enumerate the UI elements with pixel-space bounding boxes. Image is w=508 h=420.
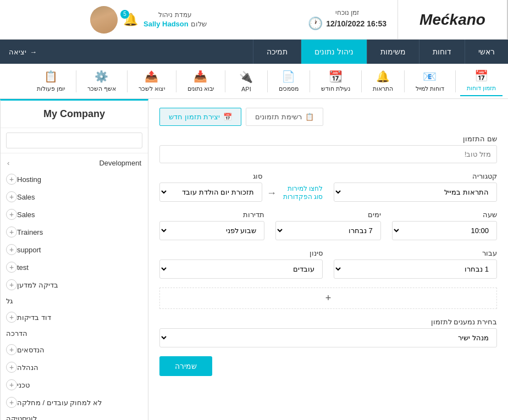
sidebar-item-label: הנדסאים	[17, 346, 140, 354]
category-select[interactable]: התראות במייל	[334, 183, 497, 202]
sign-select[interactable]: עובדים	[159, 259, 323, 279]
sidebar-item-label: לא למחוק עובדים / מחלקה	[17, 399, 140, 407]
plus-icon-trainers[interactable]: +	[6, 226, 17, 237]
form-group-days: ימים 7 נבחרו	[275, 211, 380, 240]
nav-item-data[interactable]: ניהול נתונים	[301, 40, 367, 64]
sidebar-section-header[interactable]: ‹ Development	[1, 156, 148, 170]
recipients-select[interactable]: מנהל ישיר	[159, 328, 497, 347]
section-label: Development	[99, 159, 141, 167]
sidebar-item-hanhalah[interactable]: + הנהלה	[1, 358, 148, 376]
toolbar-divider-5	[267, 70, 268, 92]
sidebar-item-hosting[interactable]: + Hosting	[1, 170, 148, 188]
plus-icon-sales1[interactable]: +	[6, 191, 17, 202]
frequency-label: תדירות	[159, 211, 264, 219]
sidebar-item-test[interactable]: + test	[1, 258, 148, 276]
bell-container[interactable]: 🔔 5	[123, 13, 138, 27]
sidebar-item-techni[interactable]: + טכני	[1, 376, 148, 394]
plus-icon-handasaim[interactable]: +	[6, 344, 17, 355]
notification-badge: 5	[120, 10, 129, 19]
plus-icon-hosting[interactable]: +	[6, 174, 17, 185]
sidebar-item-label: test	[17, 263, 140, 272]
form-area: 📋 רשימת תזמונים 📅 יצירת תזמון חדש שם התז…	[148, 99, 508, 420]
plus-icon-techni[interactable]: +	[6, 379, 17, 390]
toolbar-lock[interactable]: 📆 נעילת חודש	[314, 67, 357, 96]
export-icon: 📤	[145, 70, 158, 83]
sidebar-item-logistics[interactable]: לוגיסטיקה	[1, 411, 148, 420]
order-name-input[interactable]	[159, 145, 497, 163]
toolbar-schedule[interactable]: 📅 תזמון דוחות	[460, 66, 503, 96]
sidebar-item-handasaim[interactable]: + הנדסאים	[1, 341, 148, 358]
plus-icon-hanhalah[interactable]: +	[6, 362, 17, 373]
sidebar-item-lo-limhok[interactable]: + לא למחוק עובדים / מחלקה	[1, 394, 148, 411]
sidebar-item-bedika-lemadan[interactable]: + בדיקה למדען	[1, 276, 148, 294]
nav-item-dohot[interactable]: דוחות	[419, 40, 465, 64]
wizard-icon: ⚙️	[95, 70, 108, 83]
form-group-recipients: בחירת נמענים לתזמון מנהל ישיר	[159, 318, 497, 347]
sidebar-item-hadraka[interactable]: הדרכה	[1, 326, 148, 341]
add-button[interactable]: +	[159, 288, 497, 309]
sidebar-item-label: לוגיסטיקה	[6, 415, 140, 420]
tab-list[interactable]: 📋 רשימת תזמונים	[246, 108, 323, 126]
days-select[interactable]: 7 נבחרו	[275, 221, 380, 240]
pass-label: עבור	[334, 249, 497, 257]
email-icon: 📧	[423, 70, 437, 83]
form-row-freq: שעה 10:00 ימים 7 נבחרו תדירות שבוע לפני	[159, 211, 497, 240]
tab-new[interactable]: 📅 יצירת תזמון חדש	[159, 108, 241, 126]
user-greeting: עמדת ניהול	[143, 11, 207, 19]
plus-icon-support[interactable]: +	[6, 244, 17, 255]
nav-exit[interactable]: → יציאה	[0, 40, 46, 64]
plus-icon-test[interactable]: +	[6, 262, 17, 273]
toolbar-wizard[interactable]: ⚙️ אשף השכר	[81, 67, 123, 96]
toolbar-import[interactable]: 📥 יבוא נתונים	[181, 67, 220, 96]
frequency-select[interactable]: שבוע לפני	[159, 221, 264, 240]
docs-icon: 📄	[281, 70, 295, 83]
sidebar-item-trainers[interactable]: + Trainers	[1, 223, 148, 241]
pass-select[interactable]: 1 נבחרו	[334, 259, 497, 279]
sidebar-item-label: דוד בדיקות	[17, 313, 140, 322]
sidebar-item-dod[interactable]: + דוד בדיקות	[1, 308, 148, 326]
nav-item-rashy[interactable]: ראשי	[465, 40, 508, 64]
form-tabs: 📋 רשימת תזמונים 📅 יצירת תזמון חדש	[159, 108, 497, 126]
schedule-icon: 📅	[474, 69, 488, 82]
toolbar-divider-9	[76, 70, 76, 92]
order-name-label: שם התזמון	[159, 135, 497, 143]
toolbar-alerts[interactable]: 🔔 התראות	[366, 67, 400, 96]
save-button[interactable]: שמירה	[159, 356, 212, 376]
days-label: ימים	[275, 211, 380, 219]
note-text: לחצו למירות סוג הפקדורות	[279, 185, 323, 202]
lock-icon: 📆	[329, 70, 343, 83]
exit-icon: →	[30, 48, 37, 56]
header-user: עמדת ניהול שלום Sally Hadson 🔔 5	[0, 6, 297, 34]
hour-select[interactable]: 10:00	[392, 221, 497, 240]
sign-label: סינון	[159, 249, 323, 257]
sidebar-item-sales1[interactable]: + Sales	[1, 188, 148, 206]
sidebar: My Company 🔍 ‹ Development + Hosting + S…	[0, 99, 148, 420]
sidebar-search-container: 🔍	[1, 128, 148, 153]
sidebar-item-label: טכני	[17, 381, 140, 389]
toolbar-api[interactable]: 🔌 API	[230, 67, 263, 96]
toolbar-docs[interactable]: 📄 מסמכים	[272, 67, 305, 96]
toolbar-email[interactable]: 📧 דוחות למייל	[409, 67, 451, 96]
sidebar-item-label: בדיקה למדען	[17, 281, 140, 289]
user-name: שלום Sally Hadson	[143, 19, 207, 29]
toolbar-log[interactable]: 📋 יומן פעולות	[30, 67, 71, 96]
sidebar-search-input[interactable]	[6, 132, 142, 148]
sidebar-item-support[interactable]: + support	[1, 241, 148, 258]
plus-icon-lo-limhok[interactable]: +	[6, 397, 17, 408]
nav-item-support[interactable]: תמיכה	[253, 40, 301, 64]
toolbar: 📅 תזמון דוחות 📧 דוחות למייל 🔔 התראות 📆 נ…	[0, 64, 508, 99]
alerts-icon: 🔔	[376, 70, 390, 83]
sidebar-section-development: ‹ Development + Hosting + Sales + Sales …	[1, 153, 148, 420]
toolbar-export[interactable]: 📤 יצוא לשכר	[132, 67, 172, 96]
tab-list-icon: 📋	[305, 113, 314, 121]
form-group-name: שם התזמון	[159, 135, 497, 163]
nav: ראשי דוחות משימות ניהול נתונים תמיכה → י…	[0, 40, 508, 64]
plus-icon-sales2[interactable]: +	[6, 209, 17, 220]
type-select[interactable]: תזכורת יום הולדת עובד	[159, 183, 262, 202]
nav-item-tasks[interactable]: משימות	[367, 40, 419, 64]
sidebar-item-gal[interactable]: גל	[1, 294, 148, 308]
toolbar-divider-2	[404, 70, 405, 92]
sidebar-item-sales2[interactable]: + Sales	[1, 206, 148, 223]
plus-icon-bedika[interactable]: +	[6, 279, 17, 290]
plus-icon-dod[interactable]: +	[6, 312, 17, 323]
